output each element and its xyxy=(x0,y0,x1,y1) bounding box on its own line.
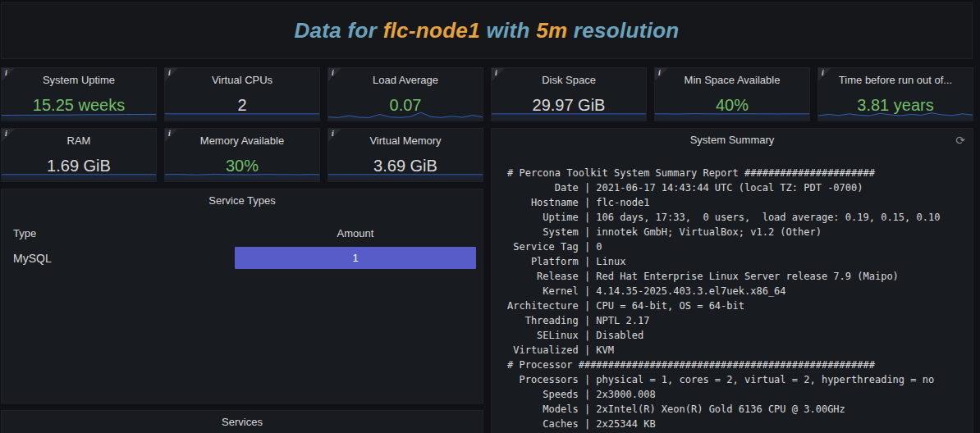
info-icon[interactable]: i xyxy=(655,68,668,81)
stat-title[interactable]: Virtual Memory xyxy=(328,134,483,147)
stat-title[interactable]: Load Average xyxy=(328,74,483,86)
panel-title-text[interactable]: System Summary xyxy=(690,134,775,146)
stat-title[interactable]: RAM xyxy=(2,134,156,147)
stat-value: 15.25 weeks xyxy=(2,95,156,115)
stat-panel-min-space-available: i Min Space Available 40% xyxy=(654,67,810,121)
service-amount-cell: 1 xyxy=(235,247,476,269)
info-icon[interactable]: i xyxy=(2,129,15,142)
stat-value: 3.81 years xyxy=(818,95,973,115)
stat-title[interactable]: Min Space Available xyxy=(655,74,809,86)
info-icon[interactable]: i xyxy=(165,68,178,81)
stat-panel-load-average: i Load Average 0.07 xyxy=(327,67,483,121)
stat-panel-ram: i RAM 1.69 GiB xyxy=(1,128,157,182)
stat-panel-time-before-run-out: i Time before run out of... 3.81 years xyxy=(817,67,973,121)
stat-panel-virtual-cpus: i Virtual CPUs 2 xyxy=(164,67,320,121)
dashboard: Data for flc-node1 with 5m resolution i … xyxy=(0,0,980,433)
stat-value: 2 xyxy=(165,95,319,115)
title-node-name: flc-node1 xyxy=(383,18,480,43)
stat-value: 1.69 GiB xyxy=(2,156,156,175)
info-icon[interactable]: i xyxy=(492,68,505,81)
refresh-icon[interactable]: ⟳ xyxy=(955,129,965,152)
table-row: MySQL 1 xyxy=(13,247,476,269)
stat-panel-memory-available: i Memory Available 30% xyxy=(164,128,320,182)
system-summary-panel-title: System Summary ⟳ xyxy=(492,129,973,152)
info-icon[interactable]: i xyxy=(818,68,831,81)
stat-title[interactable]: Virtual CPUs xyxy=(165,74,319,86)
table-header-row: Type Amount xyxy=(13,227,476,239)
stat-value: 0.07 xyxy=(328,95,483,115)
stat-panel-disk-space: i Disk Space 29.97 GiB xyxy=(491,67,647,121)
services-panel-title[interactable]: Services xyxy=(2,411,483,433)
info-icon[interactable]: i xyxy=(328,68,341,81)
service-type-cell: MySQL xyxy=(13,252,235,265)
system-summary-text[interactable]: # Percona Toolkit System Summary Report … xyxy=(492,152,973,431)
title-suffix: resolution xyxy=(574,18,680,43)
service-amount-bar: 1 xyxy=(235,247,476,269)
dashboard-title-panel: Data for flc-node1 with 5m resolution xyxy=(1,2,973,59)
service-types-table: Type Amount MySQL 1 xyxy=(2,227,483,269)
stat-title[interactable]: Time before run out of... xyxy=(818,74,973,86)
stat-title[interactable]: System Uptime xyxy=(2,74,156,86)
stat-title[interactable]: Disk Space xyxy=(492,74,646,86)
stat-panel-virtual-memory: i Virtual Memory 3.69 GiB xyxy=(327,128,483,182)
info-icon[interactable]: i xyxy=(328,129,341,142)
title-resolution: 5m xyxy=(536,18,567,43)
column-header-type[interactable]: Type xyxy=(13,227,235,239)
stat-value: 3.69 GiB xyxy=(328,156,483,175)
info-icon[interactable]: i xyxy=(2,68,15,81)
stat-title[interactable]: Memory Available xyxy=(165,134,319,147)
column-header-amount[interactable]: Amount xyxy=(235,227,476,239)
stat-value: 40% xyxy=(655,95,809,115)
service-types-panel: Service Types Type Amount MySQL 1 xyxy=(1,189,483,403)
dashboard-title: Data for flc-node1 with 5m resolution xyxy=(294,18,679,43)
stat-value: 29.97 GiB xyxy=(492,95,646,115)
service-types-panel-title[interactable]: Service Types xyxy=(2,189,483,212)
services-panel: Services xyxy=(1,410,483,433)
title-prefix: Data for xyxy=(294,18,377,43)
stat-value: 30% xyxy=(165,156,319,175)
stat-panel-system-uptime: i System Uptime 15.25 weeks xyxy=(1,67,157,121)
info-icon[interactable]: i xyxy=(165,129,178,142)
system-summary-panel: System Summary ⟳ # Percona Toolkit Syste… xyxy=(491,128,973,433)
title-middle: with xyxy=(486,18,529,43)
